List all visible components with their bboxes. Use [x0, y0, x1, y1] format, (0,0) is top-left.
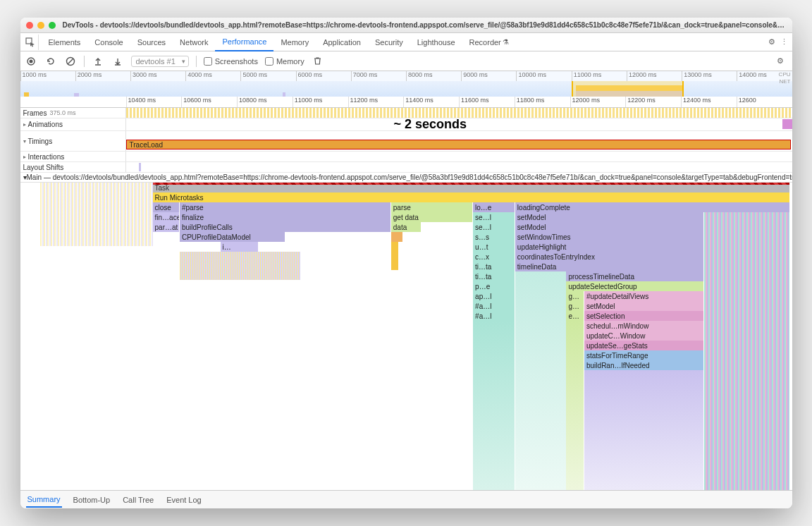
flame-processtimelinedata[interactable]: processTimelineData	[566, 271, 703, 281]
track-layout-shifts[interactable]: Layout Shifts	[20, 162, 792, 173]
flask-icon: ⚗	[503, 38, 509, 46]
overview-timeline[interactable]: 1000 ms 2000 ms 3000 ms 4000 ms 5000 ms …	[20, 71, 792, 97]
flame-statsfortimerange[interactable]: statsForTimeRange	[584, 350, 703, 360]
zoom-window-icon[interactable]	[49, 22, 56, 29]
btab-call-tree[interactable]: Call Tree	[121, 493, 155, 507]
track-timings[interactable]: ▾Timings TraceLoad	[20, 131, 792, 152]
flame-sel1[interactable]: se…l	[473, 212, 515, 222]
flame-tita2[interactable]: ti…ta	[473, 271, 515, 281]
tab-performance[interactable]: Performance	[215, 33, 273, 51]
flame-loe[interactable]: lo…e	[473, 202, 515, 212]
close-window-icon[interactable]	[26, 22, 33, 29]
flame-setselection[interactable]: setSelection	[584, 311, 703, 321]
flame-e[interactable]: e…	[566, 311, 584, 321]
garbage-collect-icon[interactable]	[312, 55, 324, 68]
flame-tita1[interactable]: ti…ta	[473, 262, 515, 271]
annotation-two-seconds: ~ 2 seconds	[394, 117, 467, 132]
flame-ss[interactable]: s…s	[473, 232, 515, 242]
flame-ut[interactable]: u…t	[473, 242, 515, 252]
flame-idots[interactable]: i…	[221, 242, 258, 252]
panel-tabs: Elements Console Sources Network Perform…	[20, 33, 792, 51]
flame-apl[interactable]: ap…l	[473, 291, 515, 301]
tab-memory[interactable]: Memory	[273, 33, 316, 51]
btab-summary[interactable]: Summary	[26, 492, 62, 508]
clear-icon[interactable]	[64, 55, 77, 68]
tab-console[interactable]: Console	[87, 33, 130, 51]
reload-record-icon[interactable]	[44, 55, 57, 68]
flame-timelinedata[interactable]: timelineData	[515, 262, 703, 271]
flame-loadingcomplete[interactable]: loadingComplete	[515, 202, 789, 212]
timing-traceload[interactable]: TraceLoad	[126, 140, 791, 149]
flame-microtasks[interactable]: Run Microtasks	[153, 192, 790, 202]
track-label-frames: Frames375.0 ms	[20, 108, 126, 118]
flame-updatehighlight[interactable]: updateHighlight	[515, 242, 703, 252]
flame-chart[interactable]: Task Run Microtasks close #parse parse l…	[40, 183, 792, 490]
inspect-element-icon[interactable]	[23, 35, 39, 50]
flame-coordinates[interactable]: coordinatesToEntryIndex	[515, 252, 703, 262]
flame-cx[interactable]: c…x	[473, 252, 515, 262]
flame-buildprofilecalls[interactable]: buildProfileCalls	[180, 222, 390, 232]
screenshots-checkbox[interactable]: Screenshots	[204, 57, 258, 66]
tab-elements[interactable]: Elements	[42, 33, 88, 51]
more-menu-icon[interactable]: ⋮	[780, 37, 789, 47]
window-title: DevTools - devtools://devtools/bundled/d…	[63, 21, 787, 29]
tab-network[interactable]: Network	[173, 33, 215, 51]
flame-updatedetailviews[interactable]: #updateDetailViews	[584, 291, 703, 301]
capture-settings-gear-icon[interactable]: ⚙	[773, 56, 788, 66]
tab-application[interactable]: Application	[316, 33, 368, 51]
btab-event-log[interactable]: Event Log	[165, 493, 203, 507]
tab-lighthouse[interactable]: Lighthouse	[410, 33, 462, 51]
flame-cpuprofile[interactable]: CPUProfileDataModel	[180, 232, 285, 242]
flame-pe[interactable]: p…e	[473, 281, 515, 291]
flame-parse[interactable]: parse	[391, 202, 472, 212]
flame-finalize[interactable]: finalize	[180, 212, 390, 222]
tab-recorder[interactable]: Recorder⚗	[462, 33, 516, 51]
track-label-timings: ▾Timings	[20, 131, 126, 151]
tab-sources[interactable]: Sources	[130, 33, 173, 51]
flame-updateselectedgroup[interactable]: updateSelectedGroup	[566, 281, 703, 291]
flame-updatecwindow[interactable]: updateC…Window	[584, 331, 703, 341]
flame-setmodel2[interactable]: setModel	[515, 222, 703, 232]
overview-chart[interactable]	[20, 81, 792, 97]
flame-setmodel3[interactable]: setModel	[584, 301, 703, 311]
upload-profile-icon[interactable]	[92, 55, 104, 68]
minimize-window-icon[interactable]	[37, 22, 44, 29]
track-label-interactions: ▸Interactions	[20, 152, 126, 161]
animation-bar[interactable]	[782, 119, 792, 129]
flame-setwindowtimes[interactable]: setWindowTimes	[515, 232, 703, 242]
flame-g1[interactable]: g…	[566, 291, 584, 301]
track-label-layout-shifts: Layout Shifts	[20, 162, 126, 172]
tab-security[interactable]: Security	[368, 33, 410, 51]
track-label-animations: ▸Animations	[20, 118, 126, 130]
flame-buildranneeded[interactable]: buildRan…lfNeeded	[584, 360, 703, 370]
flame-updatesestats[interactable]: updateSe…geStats	[584, 341, 703, 350]
flame-data[interactable]: data	[391, 222, 422, 232]
flame-sel2[interactable]: se…l	[473, 222, 515, 232]
flame-hal2[interactable]: #a…l	[473, 311, 515, 321]
flame-getdata[interactable]: get data	[391, 212, 472, 222]
profile-selector[interactable]: devtools #1	[131, 56, 189, 67]
memory-checkbox[interactable]: Memory	[265, 57, 304, 66]
frames-strip[interactable]	[126, 108, 792, 118]
overview-ticks: 1000 ms 2000 ms 3000 ms 4000 ms 5000 ms …	[20, 71, 792, 81]
detail-ruler: 10400 ms 10600 ms 10800 ms 11000 ms 1120…	[20, 97, 792, 108]
titlebar: DevTools - devtools://devtools/bundled/d…	[20, 18, 792, 33]
flame-finace[interactable]: fin…ace	[153, 212, 179, 222]
flame-setmodel1[interactable]: setModel	[515, 212, 703, 222]
window-controls	[26, 22, 56, 29]
record-button-icon[interactable]	[25, 55, 37, 68]
flame-g2[interactable]: g…	[566, 301, 584, 311]
flame-parse-h[interactable]: #parse	[180, 202, 390, 212]
tracks-area[interactable]: Frames375.0 ms ▸Animations ~ 2 seconds ▾…	[20, 108, 792, 490]
flame-parat[interactable]: par…at	[153, 222, 179, 232]
track-label-main[interactable]: ▾Main — devtools://devtools/bundled/devt…	[20, 173, 792, 183]
track-interactions[interactable]: ▸Interactions	[20, 152, 792, 162]
overview-selection[interactable]	[572, 81, 684, 97]
btab-bottom-up[interactable]: Bottom-Up	[72, 493, 112, 507]
track-animations[interactable]: ▸Animations ~ 2 seconds	[20, 118, 792, 131]
download-profile-icon[interactable]	[111, 55, 124, 68]
flame-close[interactable]: close	[153, 202, 179, 212]
flame-hal1[interactable]: #a…l	[473, 301, 515, 311]
flame-schedulewindow[interactable]: schedul…mWindow	[584, 321, 703, 331]
settings-gear-icon[interactable]: ⚙	[764, 37, 780, 47]
